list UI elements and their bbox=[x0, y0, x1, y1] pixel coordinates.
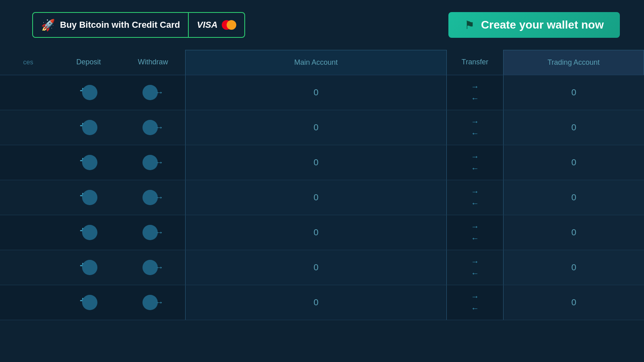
trading-account-cell-6: 0 bbox=[503, 250, 644, 285]
currency-cell-6 bbox=[0, 250, 56, 285]
deposit-cell-6[interactable]: + bbox=[56, 250, 121, 285]
transfer-cell-5[interactable]: → ← bbox=[447, 215, 503, 250]
deposit-button-3[interactable]: + bbox=[80, 154, 97, 171]
deposit-button-4[interactable]: + bbox=[80, 189, 97, 206]
main-account-cell-1: 0 bbox=[185, 75, 447, 110]
transfer-right-arrow-1[interactable]: → bbox=[471, 82, 479, 91]
transfer-left-arrow-5[interactable]: ← bbox=[471, 234, 479, 243]
visa-section: VISA bbox=[189, 18, 244, 32]
currency-cell-2 bbox=[0, 110, 56, 145]
visa-text: VISA bbox=[197, 20, 217, 30]
currency-cell-1 bbox=[0, 75, 56, 110]
transfer-right-arrow-3[interactable]: → bbox=[471, 152, 479, 161]
deposit-cell-7[interactable]: + bbox=[56, 285, 121, 320]
deposit-cell-5[interactable]: + bbox=[56, 215, 121, 250]
withdraw-button-1[interactable]: → bbox=[142, 85, 163, 100]
deposit-button-7[interactable]: + bbox=[80, 294, 97, 311]
header-trading-account: Trading Account bbox=[503, 50, 644, 75]
transfer-left-arrow-4[interactable]: ← bbox=[471, 199, 479, 208]
main-account-cell-3: 0 bbox=[185, 145, 447, 180]
transfer-left-arrow-7[interactable]: ← bbox=[471, 304, 479, 313]
transfer-cell-6[interactable]: → ← bbox=[447, 250, 503, 285]
withdraw-cell-2[interactable]: → bbox=[121, 110, 185, 145]
buy-bitcoin-button[interactable]: 🚀 Buy Bitcoin with Credit Card VISA bbox=[32, 12, 245, 38]
header-main-account: Main Account bbox=[185, 50, 447, 75]
top-bar: 🚀 Buy Bitcoin with Credit Card VISA ⚑ Cr… bbox=[0, 0, 644, 50]
deposit-button-5[interactable]: + bbox=[80, 224, 97, 241]
withdraw-cell-4[interactable]: → bbox=[121, 180, 185, 215]
deposit-button-2[interactable]: + bbox=[80, 119, 97, 136]
currency-cell-5 bbox=[0, 215, 56, 250]
transfer-right-arrow-7[interactable]: → bbox=[471, 292, 479, 301]
currency-cell-7 bbox=[0, 285, 56, 320]
header-withdraw: Withdraw bbox=[121, 50, 185, 75]
transfer-cell-7[interactable]: → ← bbox=[447, 285, 503, 320]
transfer-left-arrow-3[interactable]: ← bbox=[471, 164, 479, 173]
transfer-right-arrow-5[interactable]: → bbox=[471, 222, 479, 231]
wallet-table: ces Deposit Withdraw Main Account Transf… bbox=[0, 50, 644, 320]
deposit-button-1[interactable]: + bbox=[80, 84, 97, 101]
trading-account-cell-1: 0 bbox=[503, 75, 644, 110]
deposit-button-6[interactable]: + bbox=[80, 259, 97, 276]
buy-bitcoin-left: 🚀 Buy Bitcoin with Credit Card bbox=[33, 13, 189, 37]
withdraw-cell-1[interactable]: → bbox=[121, 75, 185, 110]
transfer-right-arrow-4[interactable]: → bbox=[471, 187, 479, 196]
main-account-cell-2: 0 bbox=[185, 110, 447, 145]
main-account-cell-5: 0 bbox=[185, 215, 447, 250]
withdraw-cell-3[interactable]: → bbox=[121, 145, 185, 180]
trading-account-cell-3: 0 bbox=[503, 145, 644, 180]
withdraw-button-5[interactable]: → bbox=[142, 225, 163, 240]
deposit-cell-2[interactable]: + bbox=[56, 110, 121, 145]
deposit-cell-1[interactable]: + bbox=[56, 75, 121, 110]
transfer-right-arrow-6[interactable]: → bbox=[471, 257, 479, 266]
transfer-right-arrow-2[interactable]: → bbox=[471, 117, 479, 126]
mastercard-icon bbox=[222, 18, 236, 32]
table-row: + → 0 → ← 0 bbox=[0, 180, 644, 215]
table-row: + → 0 → ← 0 bbox=[0, 145, 644, 180]
transfer-cell-3[interactable]: → ← bbox=[447, 145, 503, 180]
withdraw-cell-6[interactable]: → bbox=[121, 250, 185, 285]
main-account-cell-6: 0 bbox=[185, 250, 447, 285]
create-wallet-text: Create your wallet now bbox=[481, 19, 604, 31]
currency-cell-4 bbox=[0, 180, 56, 215]
table-row: + → 0 → ← 0 bbox=[0, 285, 644, 320]
table-header: ces Deposit Withdraw Main Account Transf… bbox=[0, 50, 644, 75]
header-currencies: ces bbox=[0, 50, 56, 75]
flag-icon: ⚑ bbox=[464, 19, 475, 32]
create-wallet-button[interactable]: ⚑ Create your wallet now bbox=[448, 12, 620, 38]
trading-account-cell-2: 0 bbox=[503, 110, 644, 145]
buy-bitcoin-text: Buy Bitcoin with Credit Card bbox=[60, 20, 180, 30]
withdraw-button-2[interactable]: → bbox=[142, 120, 163, 135]
header-deposit: Deposit bbox=[56, 50, 121, 75]
trading-account-cell-5: 0 bbox=[503, 215, 644, 250]
transfer-left-arrow-1[interactable]: ← bbox=[471, 94, 479, 103]
rocket-icon: 🚀 bbox=[41, 19, 55, 32]
transfer-left-arrow-2[interactable]: ← bbox=[471, 129, 479, 138]
table-row: + → 0 → ← 0 bbox=[0, 215, 644, 250]
withdraw-button-7[interactable]: → bbox=[142, 295, 163, 310]
main-account-cell-7: 0 bbox=[185, 285, 447, 320]
withdraw-button-4[interactable]: → bbox=[142, 190, 163, 205]
transfer-cell-2[interactable]: → ← bbox=[447, 110, 503, 145]
trading-account-cell-7: 0 bbox=[503, 285, 644, 320]
table-row: + → 0 → ← 0 bbox=[0, 250, 644, 285]
mastercard-right-circle bbox=[227, 20, 236, 30]
deposit-cell-3[interactable]: + bbox=[56, 145, 121, 180]
withdraw-button-3[interactable]: → bbox=[142, 155, 163, 170]
withdraw-button-6[interactable]: → bbox=[142, 260, 163, 275]
transfer-cell-4[interactable]: → ← bbox=[447, 180, 503, 215]
header-transfer: Transfer bbox=[447, 50, 503, 75]
currency-cell-3 bbox=[0, 145, 56, 180]
table-row: + → 0 → ← 0 bbox=[0, 110, 644, 145]
deposit-icon-1: + bbox=[80, 84, 97, 101]
withdraw-cell-5[interactable]: → bbox=[121, 215, 185, 250]
main-account-cell-4: 0 bbox=[185, 180, 447, 215]
withdraw-cell-7[interactable]: → bbox=[121, 285, 185, 320]
deposit-cell-4[interactable]: + bbox=[56, 180, 121, 215]
transfer-left-arrow-6[interactable]: ← bbox=[471, 269, 479, 278]
transfer-cell-1[interactable]: → ← bbox=[447, 75, 503, 110]
table-row: + → 0 → ← 0 bbox=[0, 75, 644, 110]
trading-account-cell-4: 0 bbox=[503, 180, 644, 215]
